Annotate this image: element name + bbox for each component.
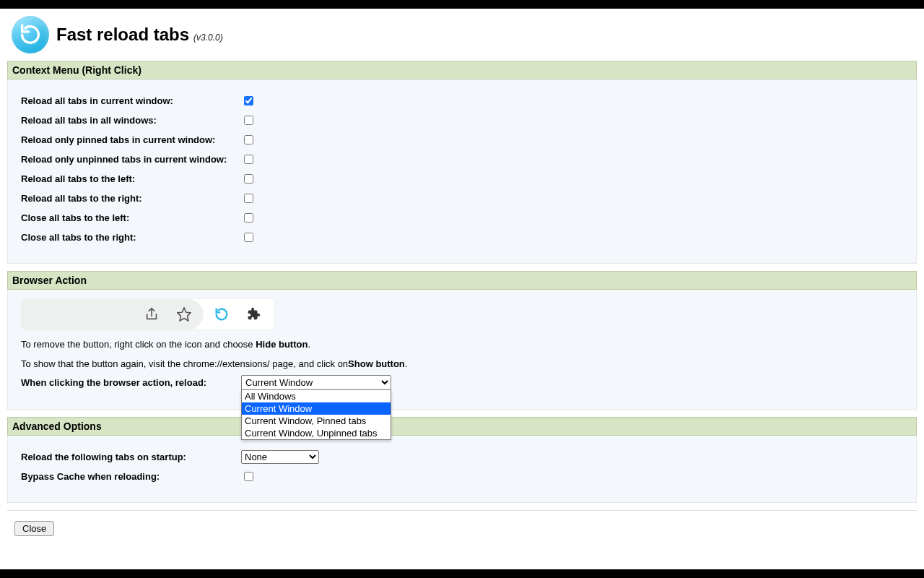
bypass-cache-label: Bypass Cache when reloading:: [21, 471, 241, 482]
section-context-menu-header: Context Menu (Right Click): [7, 61, 917, 79]
context-menu-option-checkbox[interactable]: [244, 135, 253, 144]
dropdown-option[interactable]: All Windows: [242, 390, 391, 402]
dropdown-option[interactable]: Current Window: [242, 402, 391, 415]
context-menu-row: Close all tabs to the right:: [21, 230, 903, 244]
app-logo: [12, 16, 49, 53]
share-icon: [144, 306, 160, 322]
startup-reload-select[interactable]: None: [241, 450, 319, 464]
section-advanced-header: Advanced Options: [7, 417, 917, 436]
context-menu-option-checkbox[interactable]: [244, 116, 253, 125]
context-menu-row: Reload all tabs to the right:: [21, 191, 903, 205]
context-menu-option-label: Reload all tabs to the right:: [21, 193, 241, 204]
version-label: (v3.0.0): [193, 33, 223, 43]
context-menu-row: Reload only unpinned tabs in current win…: [21, 152, 903, 166]
toolbar-mock: [21, 298, 275, 330]
context-menu-option-checkbox[interactable]: [244, 155, 253, 164]
browser-action-desc-1: To remove the button, right click on the…: [21, 339, 903, 350]
section-browser-action-body: To remove the button, right click on the…: [7, 290, 917, 410]
startup-reload-label: Reload the following tabs on startup:: [21, 452, 241, 462]
section-browser-action-header: Browser Action: [7, 271, 917, 290]
context-menu-row: Reload all tabs in all windows:: [21, 113, 903, 127]
context-menu-option-label: Reload only unpinned tabs in current win…: [21, 154, 241, 165]
section-context-menu-body: Reload all tabs in current window:Reload…: [7, 79, 917, 264]
context-menu-option-checkbox[interactable]: [244, 233, 253, 242]
separator: [7, 510, 917, 511]
context-menu-option-label: Reload only pinned tabs in current windo…: [21, 134, 241, 145]
browser-action-select-label: When clicking the browser action, reload…: [21, 377, 241, 388]
browser-action-desc-2: To show that the button again, visit the…: [21, 358, 903, 369]
context-menu-row: Reload all tabs in current window:: [21, 94, 903, 108]
context-menu-option-checkbox[interactable]: [244, 194, 253, 203]
browser-action-dropdown-open[interactable]: All WindowsCurrent WindowCurrent Window,…: [241, 389, 391, 440]
dropdown-option[interactable]: Current Window, Unpinned tabs: [242, 427, 391, 439]
context-menu-option-checkbox[interactable]: [244, 96, 253, 105]
context-menu-option-label: Reload all tabs in current window:: [21, 95, 241, 106]
context-menu-row: Reload all tabs to the left:: [21, 172, 903, 186]
star-icon: [176, 306, 192, 322]
context-menu-option-label: Reload all tabs in all windows:: [21, 115, 241, 126]
svg-marker-0: [178, 308, 191, 321]
top-black-bar: [0, 0, 924, 9]
section-advanced-body: Reload the following tabs on startup: No…: [7, 436, 917, 503]
context-menu-option-label: Close all tabs to the right:: [21, 232, 241, 243]
dropdown-option[interactable]: Current Window, Pinned tabs: [242, 415, 391, 427]
context-menu-option-label: Reload all tabs to the left:: [21, 173, 241, 184]
bypass-cache-checkbox[interactable]: [244, 472, 253, 481]
puzzle-icon: [245, 306, 261, 322]
context-menu-option-label: Close all tabs to the left:: [21, 212, 241, 223]
close-button[interactable]: Close: [14, 521, 54, 536]
context-menu-row: Close all tabs to the left:: [21, 211, 903, 225]
context-menu-row: Reload only pinned tabs in current windo…: [21, 133, 903, 147]
reload-icon: [214, 306, 230, 322]
context-menu-option-checkbox[interactable]: [244, 174, 253, 184]
context-menu-option-checkbox[interactable]: [244, 213, 253, 223]
browser-action-select[interactable]: All WindowsCurrent WindowCurrent Window,…: [241, 375, 391, 390]
page-header: Fast reload tabs (v3.0.0): [7, 12, 917, 61]
page-title: Fast reload tabs: [56, 25, 189, 45]
